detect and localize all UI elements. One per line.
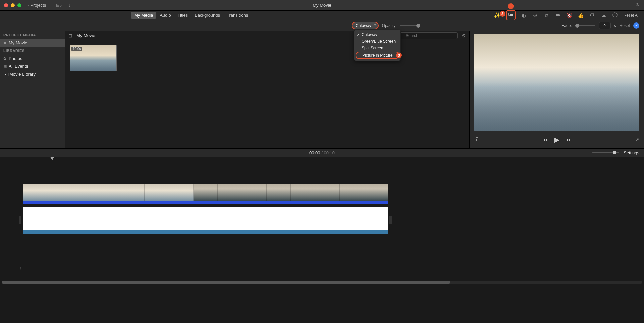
- preview-controls: 🎙 ⏮ ▶ ⏭ ⤢: [470, 134, 644, 146]
- star-icon: ★: [3, 41, 7, 45]
- adjustment-icons: 1 ◐ ⊛ ⧉ 🔇 👍 ⏱ ☁ ⓘ: [506, 10, 618, 20]
- opacity-slider[interactable]: [400, 25, 420, 26]
- info-icon[interactable]: ⓘ: [612, 12, 618, 18]
- video-overlay-button[interactable]: 1: [506, 10, 516, 20]
- chevron-right-icon: ▸: [5, 73, 6, 76]
- sidebar-item-imovie-library[interactable]: ▸ iMovie Library: [0, 70, 65, 78]
- color-balance-icon[interactable]: ◐: [521, 12, 527, 18]
- timeline-header: 00:00 / 00:10 Settings: [0, 148, 644, 157]
- tab-transitions[interactable]: Transitions: [223, 12, 251, 19]
- adjustment-tools: ✨ 2 1 ◐ ⊛ ⧉ 🔇 👍 ⏱ ☁ ⓘ Reset All: [494, 10, 639, 20]
- sidebar: PROJECT MEDIA ★ My Movie LIBRARIES ✿ Pho…: [0, 31, 65, 148]
- menu-item-green-screen[interactable]: Green/Blue Screen: [354, 38, 400, 45]
- media-import-icon[interactable]: ⊞♪: [56, 3, 62, 8]
- magic-wand-icon[interactable]: ✨ 2: [494, 12, 501, 18]
- menu-item-picture-in-picture[interactable]: Picture in Picture 3: [356, 52, 399, 59]
- maximize-window-icon[interactable]: [17, 3, 21, 7]
- overlay-mode-menu: Cutaway Green/Blue Screen Split Screen P…: [354, 30, 401, 61]
- photos-icon: ✿: [3, 56, 6, 61]
- preview-panel: 🎙 ⏮ ▶ ⏭ ⤢: [470, 31, 644, 148]
- overlay-audio-strip[interactable]: [23, 201, 388, 204]
- playhead[interactable]: [52, 159, 52, 285]
- color-correction-icon[interactable]: ⊛: [532, 12, 538, 18]
- sidebar-item-all-events[interactable]: ▦ All Events: [0, 62, 65, 70]
- search-input[interactable]: [397, 32, 458, 39]
- reset-button[interactable]: Reset: [620, 23, 630, 28]
- timecode-current: 00:00: [309, 150, 320, 155]
- step-badge-1: 1: [508, 3, 514, 9]
- timeline-settings-button[interactable]: Settings: [624, 150, 639, 155]
- minimize-window-icon[interactable]: [11, 3, 15, 7]
- overlay-track[interactable]: [23, 184, 388, 201]
- timeline-scrollbar[interactable]: [2, 281, 642, 284]
- speed-icon[interactable]: ⏱: [589, 12, 595, 18]
- fade-unit: s: [614, 23, 616, 28]
- crop-icon[interactable]: ⧉: [544, 12, 550, 18]
- share-button[interactable]: [635, 2, 640, 8]
- main-toolbar: My Media Audio Titles Backgrounds Transi…: [0, 11, 644, 20]
- main-area: PROJECT MEDIA ★ My Movie LIBRARIES ✿ Pho…: [0, 31, 644, 148]
- main-track-clip[interactable]: [23, 207, 388, 230]
- window-controls: [0, 3, 21, 7]
- step-badge-2: 2: [500, 11, 505, 17]
- reset-all-button[interactable]: Reset All: [624, 13, 639, 18]
- media-browser: ⊟ My Movie All Clips ⇅ 🔍 ⚙ 10.0s: [65, 31, 470, 148]
- noise-reduction-icon[interactable]: 👍: [578, 12, 584, 18]
- fade-label: Fade:: [561, 23, 572, 28]
- fade-slider[interactable]: [575, 25, 595, 26]
- step-badge-3: 3: [396, 53, 402, 58]
- clip-filter-icon[interactable]: ☁: [601, 12, 607, 18]
- overlay-mode-dropdown[interactable]: Cutaway: [352, 22, 379, 29]
- sidebar-item-photos[interactable]: ✿ Photos: [0, 55, 65, 62]
- menu-item-cutaway[interactable]: Cutaway: [354, 31, 400, 38]
- clip-edge-left[interactable]: [19, 216, 21, 224]
- main-audio-strip[interactable]: [23, 230, 388, 234]
- menu-item-split-screen[interactable]: Split Screen: [354, 45, 400, 51]
- tab-backgrounds[interactable]: Backgrounds: [191, 12, 223, 19]
- next-frame-button[interactable]: ⏭: [566, 137, 572, 143]
- back-to-projects-button[interactable]: ‹ Projects: [28, 3, 46, 8]
- chevron-left-icon: ‹: [28, 3, 30, 8]
- clip-duration-badge: 10.0s: [71, 47, 82, 51]
- fullscreen-icon[interactable]: ⤢: [635, 137, 639, 142]
- list-view-toggle-icon[interactable]: ⊟: [68, 33, 72, 38]
- clip-edge-right[interactable]: [389, 216, 392, 224]
- titlebar-extra-icons: ⊞♪ ↓: [56, 3, 71, 8]
- tab-my-media[interactable]: My Media: [131, 12, 156, 19]
- music-track-icon: ♪: [19, 265, 22, 271]
- prev-frame-button[interactable]: ⏮: [542, 137, 548, 143]
- overlay-settings-row: Cutaway Opacity: Fade: s Reset ✓: [0, 20, 644, 31]
- clip-thumbnail[interactable]: 10.0s: [70, 45, 117, 71]
- preview-viewport[interactable]: [474, 34, 639, 131]
- stabilization-icon[interactable]: [555, 12, 561, 18]
- download-icon[interactable]: ↓: [69, 3, 71, 8]
- timeline-zoom-slider[interactable]: [592, 152, 619, 153]
- fade-value-input[interactable]: [599, 22, 611, 29]
- play-button[interactable]: ▶: [554, 136, 559, 144]
- gear-icon[interactable]: ⚙: [462, 33, 466, 38]
- tab-titles[interactable]: Titles: [174, 12, 192, 19]
- projects-label: Projects: [30, 3, 46, 8]
- browser-title: My Movie: [76, 33, 95, 38]
- project-title: My Movie: [313, 3, 331, 8]
- svg-rect-1: [510, 14, 513, 16]
- browser-header: ⊟ My Movie All Clips ⇅ 🔍 ⚙: [65, 31, 469, 40]
- timecode-total: 00:10: [324, 150, 335, 155]
- share-icon: [635, 2, 640, 7]
- titlebar: ‹ Projects ⊞♪ ↓ My Movie: [0, 0, 644, 11]
- timecode-display: 00:00 / 00:10: [309, 150, 335, 155]
- apply-check-icon[interactable]: ✓: [633, 22, 639, 29]
- overlay-icon: [508, 12, 514, 17]
- tab-audio[interactable]: Audio: [156, 12, 174, 19]
- browser-body: 10.0s: [65, 40, 469, 148]
- close-window-icon[interactable]: [4, 3, 8, 7]
- media-tabs: My Media Audio Titles Backgrounds Transi…: [131, 12, 251, 19]
- calendar-icon: ▦: [3, 64, 7, 68]
- sidebar-header-project-media: PROJECT MEDIA: [0, 31, 65, 39]
- sidebar-header-libraries: LIBRARIES: [0, 47, 65, 55]
- opacity-label: Opacity:: [382, 23, 397, 28]
- voiceover-mic-icon[interactable]: 🎙: [474, 137, 480, 143]
- volume-icon[interactable]: 🔇: [567, 12, 573, 18]
- timeline[interactable]: ♪: [0, 157, 644, 285]
- sidebar-item-my-movie[interactable]: ★ My Movie: [0, 39, 65, 47]
